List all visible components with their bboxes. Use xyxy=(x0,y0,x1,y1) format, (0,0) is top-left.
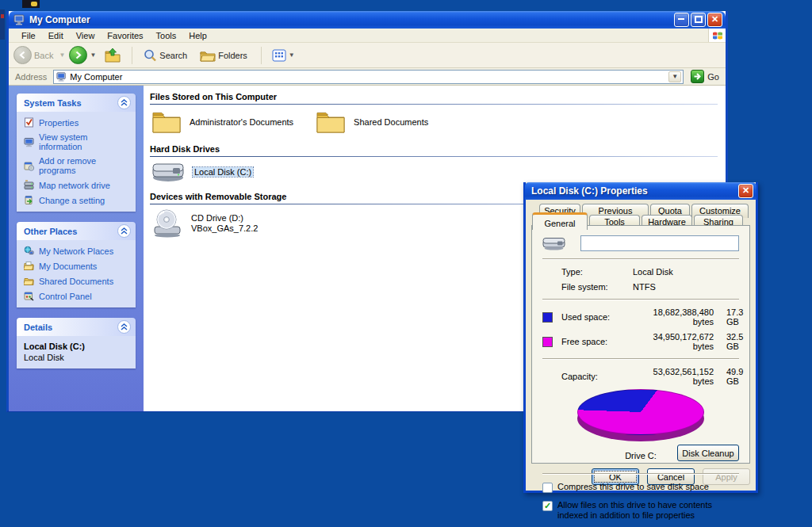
address-label: Address xyxy=(15,72,47,82)
collapse-chevron-icon[interactable] xyxy=(117,96,131,109)
system-info-icon xyxy=(24,137,34,147)
shared-documents-icon xyxy=(24,276,34,286)
index-checkbox[interactable]: ✓ xyxy=(542,501,553,511)
folder-icon xyxy=(151,109,182,135)
task-view-system-information[interactable]: View system information xyxy=(24,132,132,151)
task-add-remove-programs[interactable]: Add or remove programs xyxy=(24,156,132,175)
desktop-icon-fragment-top xyxy=(22,0,40,8)
system-tasks-header[interactable]: System Tasks xyxy=(17,94,136,112)
desktop-icon-fragment-left xyxy=(0,10,5,40)
place-shared-documents[interactable]: Shared Documents xyxy=(24,276,132,286)
toolbar: Back ▼ ▼ Search Folders xyxy=(9,43,726,68)
address-input[interactable]: My Computer ▼ xyxy=(53,70,684,84)
section-title-files: Files Stored on This Computer xyxy=(150,92,718,101)
drive-item-cd-d[interactable]: CD Drive (D:) VBox_GAs_7.2.2 xyxy=(151,209,258,238)
task-pane: System Tasks Properties View system info… xyxy=(9,86,144,411)
search-button[interactable]: Search xyxy=(139,47,194,64)
details-item-name: Local Disk (C:) xyxy=(24,342,132,351)
hard-disk-icon xyxy=(151,162,185,182)
collapse-chevron-icon[interactable] xyxy=(117,224,131,238)
free-space-label: Free space: xyxy=(561,337,633,346)
address-value: My Computer xyxy=(70,72,668,82)
index-checkbox-label: Allow files on this drive to have conten… xyxy=(557,500,739,521)
place-control-panel[interactable]: Control Panel xyxy=(24,291,132,301)
my-documents-icon xyxy=(24,261,34,271)
maximize-button[interactable] xyxy=(691,13,706,27)
folders-icon xyxy=(200,49,216,62)
place-my-documents[interactable]: My Documents xyxy=(24,261,132,271)
details-item-type: Local Disk xyxy=(24,353,132,362)
menu-view[interactable]: View xyxy=(70,31,102,40)
my-computer-icon xyxy=(13,14,25,25)
cd-volume-name: VBox_GAs_7.2.2 xyxy=(191,223,258,234)
back-dropdown-icon: ▼ xyxy=(59,52,65,59)
dialog-title: Local Disk (C:) Properties xyxy=(531,185,737,197)
capacity-label: Capacity: xyxy=(561,372,633,381)
type-label: Type: xyxy=(561,267,633,277)
menu-edit[interactable]: Edit xyxy=(42,31,70,40)
forward-button[interactable]: ▼ xyxy=(69,46,98,64)
window-titlebar[interactable]: My Computer ✕ xyxy=(9,11,726,29)
disk-cleanup-button[interactable]: Disk Cleanup xyxy=(677,445,739,461)
free-space-swatch xyxy=(542,337,553,347)
control-panel-icon xyxy=(24,291,34,301)
used-space-bytes: 18,682,388,480 bytes xyxy=(633,307,722,327)
minimize-button[interactable] xyxy=(674,13,689,27)
properties-icon xyxy=(24,117,34,128)
folders-button[interactable]: Folders xyxy=(196,48,255,63)
other-places-header[interactable]: Other Places xyxy=(17,222,136,240)
menu-tools[interactable]: Tools xyxy=(150,31,183,40)
tab-general[interactable]: General xyxy=(532,212,588,230)
go-button[interactable]: Go xyxy=(688,69,722,84)
back-button[interactable]: Back ▼ xyxy=(13,46,67,64)
change-setting-icon xyxy=(24,195,34,205)
folder-item-shared-documents[interactable]: Shared Documents xyxy=(316,109,428,135)
section-title-hard-disks: Hard Disk Drives xyxy=(150,144,718,154)
compress-checkbox[interactable] xyxy=(542,483,553,493)
close-button[interactable]: ✕ xyxy=(707,13,722,27)
capacity-gb: 49.9 GB xyxy=(722,367,743,386)
views-dropdown-icon: ▼ xyxy=(289,52,295,59)
properties-dialog: Local Disk (C:) Properties ✕ Security Pr… xyxy=(523,182,758,493)
details-panel: Details Local Disk (C:) Local Disk xyxy=(17,318,136,369)
back-icon xyxy=(13,46,32,64)
general-tab-page: Type: Local Disk File system: NTFS Used … xyxy=(531,225,750,464)
volume-label-input[interactable] xyxy=(580,235,739,251)
type-value: Local Disk xyxy=(633,267,722,277)
menu-file[interactable]: File xyxy=(15,31,42,40)
map-network-drive-icon xyxy=(24,180,34,190)
search-icon xyxy=(143,48,157,63)
address-dropdown-icon[interactable]: ▼ xyxy=(668,71,681,82)
details-header[interactable]: Details xyxy=(17,318,136,336)
up-button[interactable] xyxy=(100,46,125,65)
dialog-titlebar[interactable]: Local Disk (C:) Properties ✕ xyxy=(525,182,756,200)
compress-drive-checkbox-row[interactable]: Compress this drive to save disk space xyxy=(542,482,739,493)
windows-logo-icon xyxy=(708,29,726,42)
index-drive-checkbox-row[interactable]: ✓ Allow files on this drive to have cont… xyxy=(542,500,739,521)
place-my-network-places[interactable]: My Network Places xyxy=(24,246,132,256)
capacity-bytes: 53,632,561,152 bytes xyxy=(633,367,722,386)
filesystem-label: File system: xyxy=(561,282,633,292)
menu-favorites[interactable]: Favorites xyxy=(101,31,149,40)
used-space-label: Used space: xyxy=(561,312,633,322)
add-remove-programs-icon xyxy=(24,161,34,171)
views-button[interactable]: ▼ xyxy=(268,48,301,63)
menu-help[interactable]: Help xyxy=(182,31,213,40)
drive-icon xyxy=(542,236,566,250)
dialog-close-button[interactable]: ✕ xyxy=(738,184,753,198)
task-change-a-setting[interactable]: Change a setting xyxy=(24,195,132,205)
used-space-swatch xyxy=(542,312,553,323)
my-computer-icon xyxy=(56,72,67,82)
task-map-network-drive[interactable]: Map network drive xyxy=(24,180,132,190)
network-places-icon xyxy=(24,246,34,256)
cd-drive-icon xyxy=(151,209,183,238)
system-tasks-panel: System Tasks Properties View system info… xyxy=(17,94,136,212)
used-space-gb: 17.3 GB xyxy=(722,307,743,327)
drive-item-local-disk-c[interactable]: Local Disk (C:) xyxy=(151,162,253,182)
folder-item-administrators-documents[interactable]: Administrator's Documents xyxy=(151,109,293,135)
folder-icon xyxy=(316,109,346,135)
other-places-panel: Other Places My Network Places My Docume… xyxy=(17,222,136,307)
task-properties[interactable]: Properties xyxy=(24,117,132,128)
cd-drive-name: CD Drive (D:) xyxy=(191,213,258,223)
collapse-chevron-icon[interactable] xyxy=(117,320,131,334)
